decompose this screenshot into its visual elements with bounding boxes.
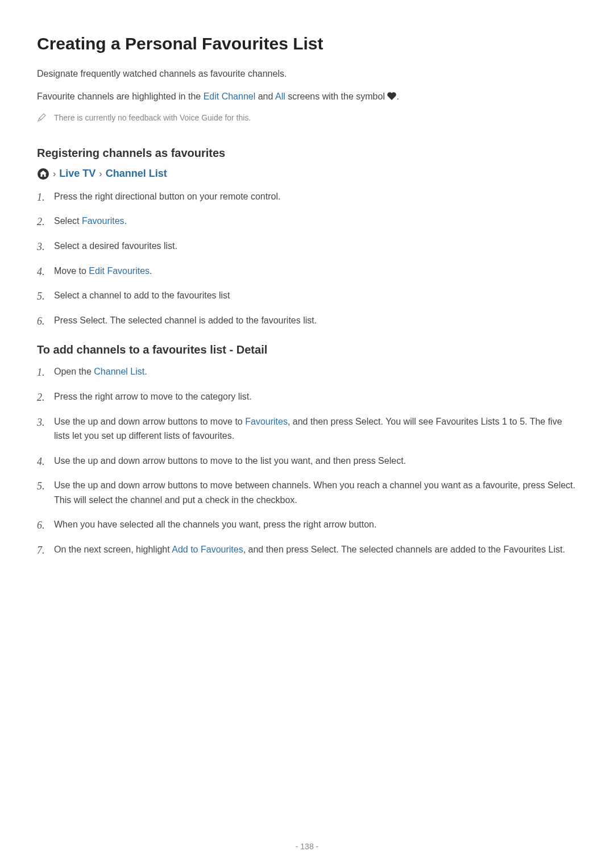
heart-icon: [387, 90, 396, 104]
edit-favourites-link: Edit Favourites: [89, 266, 150, 276]
home-icon: [37, 168, 49, 180]
list-item: Select Favourites.: [54, 214, 577, 229]
section-heading-detail: To add channels to a favourites list - D…: [37, 343, 577, 356]
list-item: Select a channel to add to the favourite…: [54, 288, 577, 303]
intro-text-1: Designate frequently watched channels as…: [37, 67, 577, 81]
step4-suffix: .: [150, 266, 152, 276]
registering-steps-list: Press the right directional button on yo…: [37, 189, 577, 328]
pencil-icon: [37, 113, 46, 124]
note-block: There is currently no feedback with Voic…: [37, 113, 577, 124]
page-number: - 138 -: [0, 842, 614, 851]
channel-list-link: Channel List: [94, 367, 144, 376]
d1-suffix: .: [144, 367, 147, 376]
add-to-favourites-link: Add to Favourites: [172, 545, 243, 554]
d1-prefix: Open the: [54, 367, 94, 376]
list-item: When you have selected all the channels …: [54, 517, 577, 532]
page-title: Creating a Personal Favourites List: [37, 34, 577, 53]
note-text: There is currently no feedback with Voic…: [54, 113, 251, 122]
list-item: Press the right directional button on yo…: [54, 189, 577, 204]
list-item: Press Select. The selected channel is ad…: [54, 313, 577, 328]
d7-suffix: , and then press Select. The selected ch…: [243, 545, 565, 554]
list-item: Use the up and down arrow buttons to mov…: [54, 478, 577, 507]
list-item: Use the up and down arrow buttons to mov…: [54, 414, 577, 443]
chevron-icon: ›: [99, 169, 102, 179]
list-item: Use the up and down arrow buttons to mov…: [54, 454, 577, 468]
breadcrumb: › Live TV › Channel List: [37, 168, 577, 180]
all-link: All: [275, 92, 285, 101]
section-heading-registering: Registering channels as favourites: [37, 147, 577, 160]
intro2-mid: and: [255, 92, 275, 101]
detail-steps-list: Open the Channel List. Press the right a…: [37, 364, 577, 556]
favourites-link: Favourites: [82, 216, 125, 226]
intro2-end: .: [396, 92, 399, 101]
intro2-prefix: Favourite channels are highlighted in th…: [37, 92, 204, 101]
chevron-icon: ›: [53, 169, 56, 179]
edit-channel-link: Edit Channel: [204, 92, 256, 101]
d3-prefix: Use the up and down arrow buttons to mov…: [54, 417, 245, 426]
breadcrumb-live-tv: Live TV: [59, 168, 96, 180]
intro-text-2: Favourite channels are highlighted in th…: [37, 90, 577, 104]
d7-prefix: On the next screen, highlight: [54, 545, 172, 554]
step2-prefix: Select: [54, 216, 82, 226]
list-item: On the next screen, highlight Add to Fav…: [54, 542, 577, 557]
breadcrumb-channel-list: Channel List: [106, 168, 167, 180]
list-item: Press the right arrow to move to the cat…: [54, 389, 577, 404]
list-item: Open the Channel List.: [54, 364, 577, 379]
intro2-suffix: screens with the symbol: [285, 92, 388, 101]
list-item: Move to Edit Favourites.: [54, 264, 577, 279]
step4-prefix: Move to: [54, 266, 89, 276]
favourites-link: Favourites: [245, 417, 288, 426]
list-item: Select a desired favourites list.: [54, 239, 577, 254]
step2-suffix: .: [125, 216, 127, 226]
